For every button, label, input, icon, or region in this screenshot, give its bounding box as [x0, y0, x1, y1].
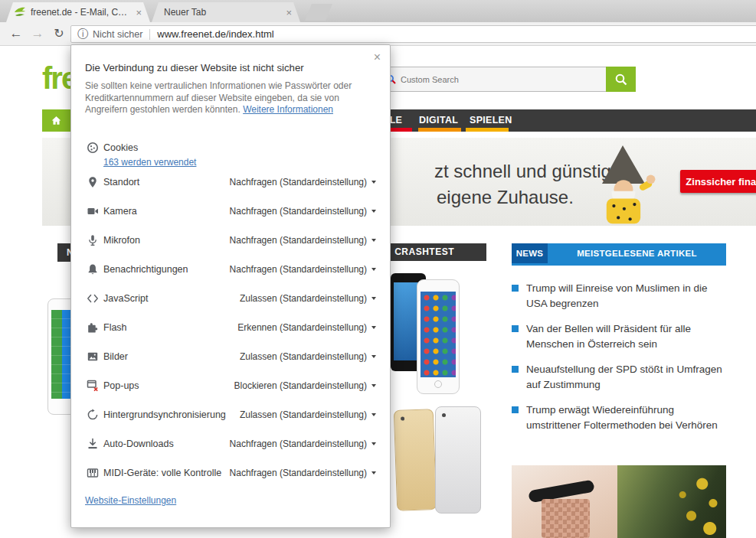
puzzle-icon	[87, 321, 99, 334]
permission-dropdown[interactable]: Erkennen (Standardeinstellung)	[237, 322, 376, 333]
permission-row: Bilder Zulassen (Standardeinstellung)	[71, 342, 390, 371]
home-icon	[51, 115, 62, 126]
permission-dropdown[interactable]: Nachfragen (Standardeinstellung)	[230, 235, 376, 246]
permission-row: Auto-Downloads Nachfragen (Standardeinst…	[71, 429, 390, 458]
tab-title: freenet.de - E-Mail, Clou	[31, 7, 129, 18]
search-button[interactable]	[606, 67, 636, 92]
magnifier-icon	[614, 73, 628, 86]
nav-underline-amber	[466, 128, 509, 132]
permission-dropdown[interactable]: Zulassen (Standardeinstellung)	[240, 293, 376, 304]
home-nav-button[interactable]	[42, 109, 70, 132]
permission-dropdown[interactable]: Nachfragen (Standardeinstellung)	[230, 177, 376, 187]
popup-blocked-icon	[87, 380, 99, 392]
home-button	[434, 380, 442, 388]
bell-icon	[87, 263, 99, 276]
permission-dropdown[interactable]: Nachfragen (Standardeinstellung)	[230, 264, 376, 275]
camera-icon	[87, 205, 99, 217]
forward-button[interactable]: →	[28, 22, 47, 46]
dropdown-caret-icon	[371, 297, 376, 300]
dropdown-caret-icon	[371, 181, 376, 184]
dropdown-caret-icon	[371, 384, 376, 387]
popup-title: Die Verbindung zu dieser Website ist nic…	[85, 62, 356, 73]
reload-button[interactable]: ↻	[49, 22, 69, 46]
iphone-silver-image[interactable]	[435, 406, 481, 514]
address-bar[interactable]: ⓘ Nicht sicher www.freenet.de/index.html	[70, 25, 756, 43]
url-text: www.freenet.de/index.html	[157, 28, 273, 40]
search-input[interactable]	[396, 75, 606, 84]
cookies-count-link[interactable]: 163 werden verwendet	[103, 157, 376, 168]
learn-more-link[interactable]: Weitere Informationen	[243, 104, 333, 115]
permission-dropdown[interactable]: Nachfragen (Standardeinstellung)	[230, 468, 376, 478]
dropdown-caret-icon	[371, 326, 376, 329]
permissions-list: Standort Nachfragen (Standardeinstellung…	[71, 168, 390, 487]
dropdown-caret-icon	[371, 210, 376, 213]
tab-close-icon[interactable]: ×	[133, 7, 144, 18]
permission-row: Kamera Nachfragen (Standardeinstellung)	[71, 197, 390, 226]
popup-body: Sie sollten keine vertraulichen Informat…	[85, 80, 355, 116]
tab-close-icon[interactable]: ×	[283, 7, 294, 18]
page-info-popup: × Die Verbindung zu dieser Website ist n…	[70, 44, 391, 528]
permission-row: JavaScript Zulassen (Standardeinstellung…	[71, 284, 390, 313]
tab-freenet[interactable]: freenet.de - E-Mail, Clou ×	[6, 2, 150, 22]
news-item[interactable]: Neuaufstellung der SPD stößt in Umfragen…	[512, 362, 726, 393]
permission-row: MIDI-Geräte: volle Kontrolle Nachfragen …	[71, 458, 390, 487]
security-label[interactable]: Nicht sicher	[93, 29, 150, 40]
news-item[interactable]: Trump will Einreise von Muslimen in die …	[512, 281, 726, 311]
new-tab-button[interactable]	[305, 4, 332, 21]
dropdown-caret-icon	[371, 442, 376, 445]
dropdown-caret-icon	[371, 268, 376, 271]
permission-row: Standort Nachfragen (Standardeinstellung…	[71, 168, 390, 197]
article-image-person[interactable]	[512, 465, 617, 538]
dropdown-caret-icon	[371, 355, 376, 358]
camera-dot	[401, 416, 404, 420]
page-info-icon[interactable]: ⓘ	[77, 28, 88, 41]
ad-headline-line2: eigene Zuhause.	[437, 187, 574, 208]
tab-most-read[interactable]: MEISTGELESENE ARTIKEL	[548, 243, 726, 263]
location-icon	[87, 176, 99, 188]
garden-gnome-image	[569, 145, 676, 226]
article-image-nature[interactable]	[617, 465, 726, 538]
dropdown-caret-icon	[371, 471, 376, 474]
site-settings-link[interactable]: Website-Einstellungen	[85, 495, 176, 506]
iphone-white-image[interactable]	[417, 279, 460, 394]
browser-window: freenet.de - E-Mail, Clou × Neuer Tab × …	[0, 0, 756, 538]
cookies-section: Cookies 163 werden verwendet	[87, 141, 376, 168]
browser-toolbar: ← → ↻ ⓘ Nicht sicher www.freenet.de/inde…	[0, 22, 756, 46]
news-tabs: NEWS MEISTGELESENE ARTIKEL	[512, 243, 726, 263]
back-button[interactable]: ←	[6, 22, 26, 46]
cookies-label: Cookies	[103, 142, 138, 153]
permission-dropdown[interactable]: Nachfragen (Standardeinstellung)	[230, 439, 376, 449]
tab-strip: freenet.de - E-Mail, Clou × Neuer Tab ×	[0, 0, 756, 22]
download-icon	[87, 438, 99, 450]
permission-row: Flash Erkennen (Standardeinstellung)	[71, 313, 390, 342]
bullet-icon	[512, 285, 519, 292]
camera-dot	[442, 413, 446, 417]
close-icon[interactable]: ×	[374, 51, 381, 64]
phone-screen	[421, 292, 456, 377]
permission-dropdown[interactable]: Zulassen (Standardeinstellung)	[240, 351, 376, 362]
ad-cta-button[interactable]: Zinssicher finanzieren	[680, 170, 756, 193]
freenet-favicon-icon	[14, 6, 26, 18]
nav-underline-orange	[418, 128, 461, 132]
pixelated-face	[542, 499, 590, 538]
permission-row: Hintergrundsynchronisierung Zulassen (St…	[71, 400, 390, 429]
dropdown-caret-icon	[371, 413, 376, 416]
sync-icon	[87, 409, 99, 421]
bullet-icon	[512, 325, 519, 332]
tab-news[interactable]: NEWS	[512, 243, 548, 263]
permission-row: Pop-ups Blockieren (Standardeinstellung)	[71, 371, 390, 400]
code-icon	[87, 292, 99, 305]
midi-icon	[87, 467, 99, 479]
bullet-icon	[512, 406, 519, 413]
news-tabs-underline	[512, 263, 726, 266]
permission-dropdown[interactable]: Zulassen (Standardeinstellung)	[240, 409, 376, 420]
permission-row: Benachrichtigungen Nachfragen (Standarde…	[71, 255, 390, 284]
iphone-gold-image[interactable]	[394, 409, 437, 511]
permission-dropdown[interactable]: Nachfragen (Standardeinstellung)	[230, 206, 376, 217]
permission-dropdown[interactable]: Blockieren (Standardeinstellung)	[234, 380, 376, 391]
image-icon	[87, 351, 99, 363]
news-item[interactable]: Van der Bellen will Präsident für alle M…	[512, 321, 726, 352]
microphone-icon	[87, 234, 99, 246]
tab-neuer-tab[interactable]: Neuer Tab ×	[152, 2, 300, 22]
news-item[interactable]: Trump erwägt Wiedereinführung umstritten…	[512, 403, 726, 433]
